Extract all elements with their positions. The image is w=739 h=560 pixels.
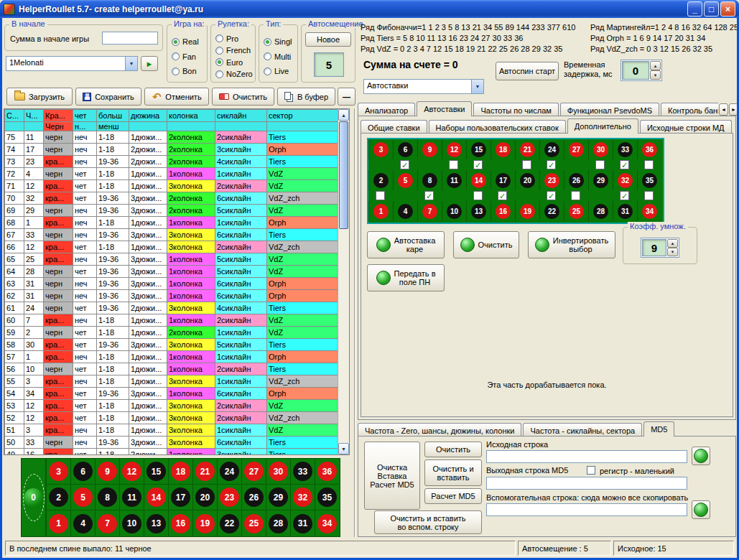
new-button[interactable]: Новое	[305, 32, 351, 47]
board-number-36[interactable]: 36	[637, 139, 661, 159]
board-number-15[interactable]: 15	[144, 459, 168, 485]
tab-частоты-по-числам[interactable]: Частоты по числам	[473, 103, 558, 116]
board-number-33[interactable]: 33	[613, 139, 637, 159]
board-number-23[interactable]: 23	[217, 485, 241, 510]
tab-частота-сиклайны-сектора[interactable]: Частота - сиклайны, сектора	[523, 423, 642, 437]
board-checkbox[interactable]	[571, 191, 580, 200]
board-number-1[interactable]: 1	[46, 510, 70, 536]
board-number-23[interactable]: 23	[539, 170, 564, 190]
tab-наборы-пользовательских-ставок[interactable]: Наборы пользовательских ставок	[429, 120, 566, 134]
board-number-20[interactable]: 20	[515, 170, 539, 190]
board-number-19[interactable]: 19	[515, 201, 539, 221]
board-number-2[interactable]: 2	[46, 485, 70, 510]
tab-анализатор[interactable]: Анализатор	[358, 103, 415, 116]
tab-md5[interactable]: MD5	[643, 421, 674, 437]
tab-scroll-left-button[interactable]: ◄	[719, 103, 728, 116]
scrollbar-thumb[interactable]	[339, 121, 348, 229]
board-number-5[interactable]: 5	[70, 485, 95, 510]
load-button[interactable]: Загрузить	[6, 88, 73, 106]
board-number-22[interactable]: 22	[217, 510, 241, 536]
board-number-11[interactable]: 11	[442, 170, 466, 190]
radio-real[interactable]: Real	[172, 37, 204, 47]
board-number-17[interactable]: 17	[491, 170, 515, 190]
board-checkbox[interactable]	[595, 160, 605, 169]
board-number-31[interactable]: 31	[290, 510, 315, 536]
radio-bon[interactable]: Bon	[172, 66, 204, 77]
board-checkbox[interactable]: ✓	[547, 191, 556, 200]
board-number-7[interactable]: 7	[417, 201, 442, 221]
history-row[interactable]: 5312кра...чет1-181дюжи...3колонка2сиклай…	[5, 400, 338, 412]
board-number-11[interactable]: 11	[119, 485, 144, 510]
history-row[interactable]: 7417черннеч1-182дюжи...2колонка3сиклайнO…	[5, 144, 338, 156]
board-checkbox[interactable]	[644, 160, 654, 169]
radio-french[interactable]: French	[215, 45, 252, 56]
board-number-33[interactable]: 33	[290, 459, 315, 485]
board-number-12[interactable]: 12	[119, 459, 144, 485]
board-number-25[interactable]: 25	[564, 201, 588, 221]
history-row[interactable]: 6929черннеч19-363дюжи...2колонка5сиклайн…	[5, 205, 338, 217]
board-number-34[interactable]: 34	[637, 201, 661, 221]
preset-combobox[interactable]: 1Melonati ▼	[6, 56, 138, 71]
history-row[interactable]: 592чернчет1-181дюжи...2колонка1сиклайнVd…	[5, 327, 338, 339]
copy-buffer-button[interactable]: В буфер	[277, 88, 335, 106]
board-number-8[interactable]: 8	[417, 170, 442, 190]
history-row[interactable]: 6428чернчет19-363дюжи...1колонка5сиклайн…	[5, 266, 338, 278]
board-number-16[interactable]: 16	[491, 201, 515, 221]
board-number-1[interactable]: 1	[368, 201, 393, 221]
board-checkbox[interactable]	[473, 191, 483, 200]
autobets-combobox[interactable]: Автоставки ▼	[363, 79, 484, 94]
board-number-12[interactable]: 12	[442, 139, 466, 159]
play-button[interactable]: ►	[141, 56, 158, 71]
history-row[interactable]: 5212кра...чет1-181дюжи...3колонка2сиклай…	[5, 412, 338, 424]
radio-fan[interactable]: Fan	[172, 51, 204, 62]
autospin-start-button[interactable]: Автоспин старт	[496, 62, 559, 80]
board-number-9[interactable]: 9	[417, 139, 442, 159]
source-ball-button[interactable]	[692, 447, 710, 465]
board-number-7[interactable]: 7	[95, 510, 119, 536]
tab-контроль-банкрол[interactable]: Контроль банкрол	[661, 103, 718, 116]
dropdown-arrow-icon[interactable]: ▼	[471, 80, 483, 93]
board-checkbox[interactable]: ✓	[547, 160, 556, 169]
board-number-4[interactable]: 4	[70, 510, 95, 536]
board-number-27[interactable]: 27	[241, 459, 266, 485]
radio-pro[interactable]: Pro	[215, 33, 252, 44]
board-number-14[interactable]: 14	[466, 170, 491, 190]
board-number-30[interactable]: 30	[588, 139, 613, 159]
board-checkbox[interactable]: ✓	[620, 191, 629, 200]
board-checkbox[interactable]	[644, 191, 654, 200]
history-row[interactable]: 553кра...неч1-181дюжи...3колонка1сиклайн…	[5, 375, 338, 388]
board-number-18[interactable]: 18	[491, 139, 515, 159]
board-number-29[interactable]: 29	[588, 170, 613, 190]
board-number-30[interactable]: 30	[266, 459, 290, 485]
board-number-10[interactable]: 10	[119, 510, 144, 536]
board-checkbox[interactable]: ✓	[473, 160, 483, 169]
maximize-button[interactable]: □	[704, 1, 719, 17]
board-number-21[interactable]: 21	[515, 139, 539, 159]
dropdown-arrow-icon[interactable]: ▼	[125, 57, 137, 70]
board-checkbox[interactable]: ✓	[400, 160, 409, 169]
board-number-24[interactable]: 24	[217, 459, 241, 485]
undo-button[interactable]: ↶Отменить	[144, 88, 209, 106]
radio-live[interactable]: Live	[264, 66, 294, 77]
output-string-input[interactable]	[486, 477, 687, 490]
board-number-28[interactable]: 28	[588, 201, 613, 221]
board-number-17[interactable]: 17	[168, 485, 192, 510]
board-number-35[interactable]: 35	[315, 485, 339, 510]
delay-down-button[interactable]: ▼	[650, 70, 661, 80]
board-number-3[interactable]: 3	[46, 459, 70, 485]
tab-функционал-psevdoms[interactable]: Функционал PsevdoMS	[560, 103, 659, 116]
minimize-button[interactable]: _	[687, 1, 702, 17]
md5-clear-paste-button[interactable]: Очистить и вставить	[424, 459, 482, 486]
invert-selection-button[interactable]: Инвертировать выбор	[528, 231, 615, 258]
board-number-5[interactable]: 5	[393, 170, 417, 190]
board-number-19[interactable]: 19	[192, 510, 217, 536]
save-button[interactable]: Сохранить	[75, 88, 141, 106]
aux-ball-button[interactable]	[692, 500, 710, 519]
tab-частота-zero-шансы-дюжины-колонки[interactable]: Частота - Zero, шансы, дюжины, колонки	[358, 423, 521, 437]
tab-scroll-right-button[interactable]: ►	[729, 103, 737, 116]
transfer-button[interactable]: Передать в поле ПН	[367, 264, 445, 291]
board-number-20[interactable]: 20	[192, 485, 217, 510]
board-number-28[interactable]: 28	[266, 510, 290, 536]
history-row[interactable]: 5610чернчет1-181дюжи...1колонка2сиклайнT…	[5, 363, 338, 375]
clear-selection-button[interactable]: Очистить	[453, 231, 519, 258]
